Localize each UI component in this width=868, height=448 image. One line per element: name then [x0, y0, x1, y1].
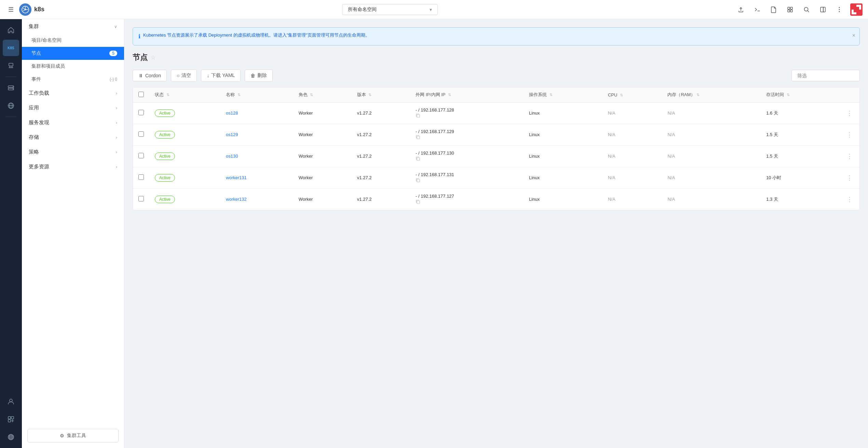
filter-input[interactable] [791, 70, 860, 81]
sidebar-item-project-namespace[interactable]: 项目/命名空间 [22, 34, 124, 47]
terminal-icon[interactable] [752, 4, 763, 15]
clear-button[interactable]: ○ 清空 [171, 69, 197, 82]
service-section-header[interactable]: 服务发现 › [22, 115, 124, 130]
more-options-icon[interactable] [834, 4, 845, 15]
row-status: Active [149, 102, 220, 124]
favorite-star-icon[interactable]: ☆ [150, 54, 156, 61]
copy-icon[interactable] [416, 135, 420, 141]
sidebar-icon-home[interactable] [3, 22, 19, 38]
svg-rect-5 [790, 10, 792, 12]
ram-value: N/A [667, 197, 675, 202]
row-status: Active [149, 124, 220, 145]
sidebar-icon-k8s[interactable]: K8S [3, 40, 19, 56]
app-arrow: › [116, 106, 117, 110]
cluster-section-arrow: ∨ [114, 24, 117, 29]
cpu-col-header[interactable]: CPU ⇅ [602, 88, 662, 103]
info-banner-close[interactable]: × [852, 31, 855, 40]
row-more-button[interactable]: ⋮ [845, 108, 854, 118]
copy-ip-row [416, 156, 518, 162]
row-checkbox-1[interactable] [138, 131, 144, 137]
svg-point-1 [25, 9, 26, 10]
status-col-header[interactable]: 状态 ⇅ [149, 88, 220, 103]
cpu-value: N/A [608, 110, 615, 116]
ip-col-header[interactable]: 外网 IP/内网 IP ⇅ [410, 88, 524, 103]
sidebar-item-cluster-members[interactable]: 集群和项目成员 [22, 60, 124, 73]
sidebar-item-nodes[interactable]: 节点 5 [22, 47, 124, 60]
storage-section-header[interactable]: 存储 › [22, 130, 124, 145]
row-checkbox-2[interactable] [138, 153, 144, 158]
table-row: Active worker131 Worker v1.27.2 - / 192.… [133, 167, 859, 188]
delete-button[interactable]: 🗑 删除 [245, 69, 273, 82]
events-label: 事件 [31, 76, 41, 82]
sidebar-item-events[interactable]: 事件 (-) 0 [22, 73, 124, 86]
sidebar-icon-plugin[interactable] [3, 411, 19, 427]
version-col-header[interactable]: 版本 ⇅ [352, 88, 410, 103]
download-yaml-button[interactable]: ↓ 下载 YAML [201, 69, 241, 82]
file-icon[interactable] [768, 4, 779, 15]
workload-label: 工作负载 [29, 90, 49, 96]
cordon-icon: ⏸ [138, 73, 143, 78]
cluster-tools-container: ⚙ 集群工具 [22, 423, 124, 448]
node-name-link[interactable]: worker132 [226, 197, 247, 202]
node-name-link[interactable]: worker131 [226, 175, 247, 180]
copy-icon[interactable] [416, 178, 420, 184]
namespace-select[interactable]: 所有命名空间 ▾ [342, 4, 438, 15]
row-more-button[interactable]: ⋮ [845, 130, 854, 140]
svg-rect-30 [417, 158, 420, 160]
page-title-row: 节点 ☆ [133, 52, 860, 63]
book-icon[interactable] [817, 4, 828, 15]
copy-icon[interactable] [416, 199, 420, 205]
node-name-link[interactable]: os128 [226, 110, 238, 116]
svg-rect-32 [417, 201, 420, 203]
select-all-checkbox[interactable] [138, 92, 144, 97]
cordon-button[interactable]: ⏸ Cordon [133, 70, 167, 81]
divider-1 [5, 77, 16, 77]
svg-rect-29 [417, 136, 420, 139]
grid-icon[interactable] [785, 4, 796, 15]
info-banner: ℹ Kubernetes 节点资源展示了承载 Deployment 的虚拟机或物… [133, 27, 860, 45]
menu-icon[interactable]: ☰ [5, 4, 16, 15]
topbar: ☰ k8s 所有命名空间 ▾ [0, 0, 868, 19]
sidebar-icon-storage[interactable] [3, 80, 19, 96]
avatar[interactable] [850, 3, 863, 16]
row-checkbox-4[interactable] [138, 196, 144, 201]
row-more-button[interactable]: ⋮ [845, 195, 854, 204]
external-ip-text: - / 192.168.177.128 [416, 107, 454, 113]
os-col-header[interactable]: 操作系统 ⇅ [524, 88, 602, 103]
storage-label: 存储 [29, 134, 39, 141]
sidebar-icon-global[interactable] [3, 429, 19, 445]
uptime-col-header[interactable]: 存活时间 ⇅ [761, 88, 840, 103]
sidebar-icon-network[interactable] [3, 97, 19, 114]
ram-col-header[interactable]: 内存（RAM）⇅ [662, 88, 761, 103]
row-more-button[interactable]: ⋮ [845, 173, 854, 183]
app-section-header[interactable]: 应用 › [22, 101, 124, 115]
more-label: 更多资源 [29, 163, 49, 170]
copy-icon[interactable] [416, 113, 420, 119]
upload-icon[interactable] [735, 4, 746, 15]
row-os: Linux [524, 145, 602, 167]
cpu-value: N/A [608, 175, 615, 180]
namespace-select-text: 所有命名空间 [348, 6, 427, 13]
copy-icon[interactable] [416, 156, 420, 162]
sidebar-icon-user[interactable] [3, 393, 19, 410]
role-col-header[interactable]: 角色 ⇅ [293, 88, 352, 103]
namespace-selector-container: 所有命名空间 ▾ [47, 4, 733, 15]
row-checkbox-0[interactable] [138, 110, 144, 115]
clear-label: 清空 [181, 73, 191, 79]
name-col-header[interactable]: 名称 ⇅ [220, 88, 293, 103]
row-checkbox-3[interactable] [138, 174, 144, 180]
sidebar-icon-app[interactable] [3, 57, 19, 74]
row-os: Linux [524, 102, 602, 124]
row-name: os130 [220, 145, 293, 167]
cluster-tools-button[interactable]: ⚙ 集群工具 [27, 429, 119, 443]
row-version: v1.27.2 [352, 124, 410, 145]
more-section-header[interactable]: 更多资源 › [22, 159, 124, 174]
row-more-button[interactable]: ⋮ [845, 151, 854, 161]
node-name-link[interactable]: os129 [226, 132, 238, 137]
search-icon[interactable] [801, 4, 812, 15]
cluster-tools-icon: ⚙ [60, 433, 64, 438]
policy-section-header[interactable]: 策略 › [22, 145, 124, 159]
node-name-link[interactable]: os130 [226, 154, 238, 159]
cluster-section-header[interactable]: 集群 ∨ [22, 19, 124, 34]
workload-section-header[interactable]: 工作负载 › [22, 86, 124, 101]
